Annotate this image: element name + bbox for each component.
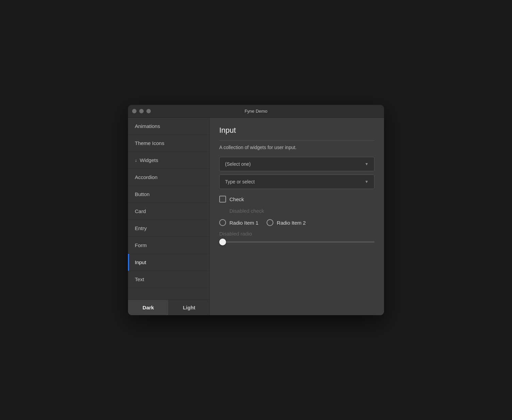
sidebar-item-input[interactable]: Input: [128, 254, 209, 271]
radio-label-1: Radio Item 1: [229, 220, 258, 226]
sidebar-item-card[interactable]: Card: [128, 203, 209, 220]
main-content: Input A collection of widgets for user i…: [210, 118, 384, 315]
radio-circle-1[interactable]: [219, 219, 226, 226]
sidebar-item-label: Accordion: [135, 174, 158, 180]
slider-container: [219, 238, 374, 246]
type-or-select-dropdown[interactable]: Type or select ▼: [219, 175, 374, 189]
checkbox-row: Check: [219, 192, 374, 206]
close-button[interactable]: [132, 109, 137, 113]
sidebar-item-form[interactable]: Form: [128, 237, 209, 254]
sidebar-item-theme-icons[interactable]: Theme Icons: [128, 135, 209, 152]
sidebar: Animations Theme Icons ↓ Widgets Accordi…: [128, 118, 210, 315]
sidebar-item-label: Animations: [135, 123, 160, 129]
sidebar-item-label: Card: [135, 208, 146, 214]
window-controls: [132, 109, 151, 113]
radio-row: Radio Item 1 Radio Item 2: [219, 216, 374, 229]
select-one-placeholder: (Select one): [225, 161, 251, 167]
app-window: Fyne Demo Animations Theme Icons ↓ Widge…: [128, 105, 384, 315]
slider-track[interactable]: [219, 241, 374, 243]
sidebar-item-animations[interactable]: Animations: [128, 118, 209, 135]
sidebar-item-entry[interactable]: Entry: [128, 220, 209, 237]
sidebar-item-accordion[interactable]: Accordion: [128, 169, 209, 186]
check-checkbox[interactable]: [219, 196, 226, 203]
radio-item-1[interactable]: Radio Item 1: [219, 219, 258, 226]
window-body: Animations Theme Icons ↓ Widgets Accordi…: [128, 118, 384, 315]
checkbox-label: Check: [229, 196, 244, 202]
chevron-down-icon: ▼: [365, 162, 369, 166]
page-title: Input: [219, 126, 374, 135]
sidebar-item-label: Text: [135, 276, 144, 282]
title-divider: [219, 140, 374, 141]
disabled-radio-row: Disabled radio: [219, 229, 374, 238]
sidebar-item-label: Input: [135, 259, 146, 265]
sidebar-items: Animations Theme Icons ↓ Widgets Accordi…: [128, 118, 209, 288]
select-one-dropdown[interactable]: (Select one) ▼: [219, 157, 374, 171]
arrow-icon: ↓: [135, 158, 137, 163]
radio-label-2: Radio Item 2: [277, 220, 306, 226]
page-description: A collection of widgets for user input.: [219, 145, 374, 150]
disabled-radio-label: Disabled radio: [219, 231, 252, 237]
minimize-button[interactable]: [139, 109, 144, 113]
sidebar-item-label: Entry: [135, 225, 147, 231]
light-theme-button[interactable]: Light: [169, 300, 209, 315]
chevron-down-icon: ▼: [365, 179, 369, 184]
dark-theme-button[interactable]: Dark: [128, 300, 169, 315]
sidebar-item-text[interactable]: Text: [128, 271, 209, 288]
radio-circle-2[interactable]: [267, 219, 273, 226]
radio-item-2[interactable]: Radio Item 2: [267, 219, 306, 226]
disabled-check-label: Disabled check: [229, 208, 264, 214]
sidebar-item-label: Form: [135, 242, 147, 248]
theme-buttons: Dark Light: [128, 300, 209, 315]
sidebar-scroll-wrapper: Animations Theme Icons ↓ Widgets Accordi…: [128, 118, 209, 300]
slider-thumb[interactable]: [219, 239, 226, 245]
sidebar-item-label: Widgets: [140, 157, 158, 163]
title-bar: Fyne Demo: [128, 105, 384, 118]
type-or-select-placeholder: Type or select: [225, 179, 255, 184]
sidebar-item-label: Theme Icons: [135, 140, 164, 146]
disabled-check-row: Disabled check: [219, 206, 374, 216]
sidebar-item-label: Button: [135, 191, 149, 197]
window-title: Fyne Demo: [244, 109, 267, 114]
sidebar-item-button[interactable]: Button: [128, 186, 209, 203]
sidebar-item-widgets[interactable]: ↓ Widgets: [128, 152, 209, 169]
maximize-button[interactable]: [146, 109, 151, 113]
